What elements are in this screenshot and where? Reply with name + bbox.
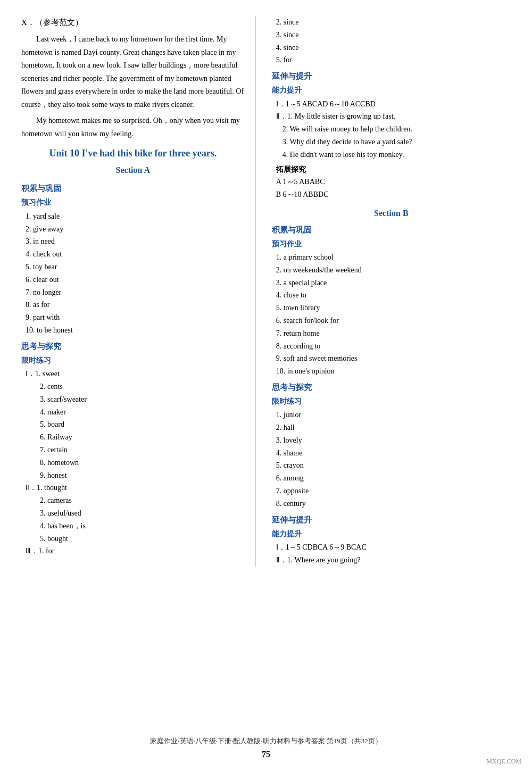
b-items-list: 1. junior2. hall3. lovely4. shame5. cray…	[272, 409, 511, 510]
list-item: 3. scarf/sweater	[40, 393, 245, 406]
yanshen-heading: 延伸与提升	[272, 70, 511, 82]
list-item: 5. crayon	[276, 459, 511, 472]
list-item: 2. cameras	[40, 494, 245, 507]
yuxi-b-items-list: 1. a primary school2. on weekends/the we…	[272, 251, 511, 378]
list-item: 2. cents	[40, 380, 245, 393]
II-heading: Ⅱ．1. thought	[26, 482, 245, 494]
I-b-ans: Ⅰ．1～5 CDBCA 6～9 BCAC	[276, 541, 511, 554]
B-ans: B 6～10 ABBDC	[276, 188, 511, 201]
list-item: 8. hometown	[40, 456, 245, 469]
yuxi-items-list: 1. yard sale2. give away3. in need4. che…	[21, 210, 245, 337]
essay-paragraph-1: Last week，I came back to my hometown for…	[21, 33, 245, 111]
yuxi-heading: 预习作业	[21, 197, 245, 209]
list-item: 4. He didn't want to lose his toy monkey…	[282, 148, 511, 161]
list-item: 6. search for/look for	[276, 314, 511, 327]
list-item: 8. century	[276, 497, 511, 510]
I-items-list: 2. cents3. scarf/sweater4. maker5. board…	[21, 380, 245, 482]
page: X．（参考范文） Last week，I came back to my hom…	[0, 0, 532, 772]
tuozhan-heading: 拓展探究	[276, 163, 511, 176]
list-item: 1. yard sale	[26, 210, 245, 223]
I-ans: Ⅰ．1～5 ABCAD 6～10 ACCBD	[276, 98, 511, 111]
sikao-heading: 思考与探究	[21, 340, 245, 353]
list-item: 2. give away	[26, 223, 245, 236]
jilei-heading: 积累与巩固	[21, 182, 245, 195]
I-heading: Ⅰ．1. sweet	[26, 368, 245, 380]
list-item: 4. has been，is	[40, 520, 245, 533]
list-item: 7. certain	[40, 444, 245, 456]
left-column: X．（参考范文） Last week，I came back to my hom…	[21, 16, 256, 567]
list-item: 5. for	[276, 54, 511, 67]
list-item: 4. shame	[276, 447, 511, 460]
II-heading-right: Ⅱ．1. My little sister is growing up fast…	[276, 110, 511, 123]
essay-heading: X．（参考范文）	[21, 16, 245, 29]
II-b-heading: Ⅱ．1. Where are you going?	[276, 554, 511, 567]
list-item: 3. Why did they decide to have a yard sa…	[282, 136, 511, 148]
list-item: 2. on weekends/the weekend	[276, 264, 511, 277]
list-item: 3. lovely	[276, 434, 511, 447]
list-item: 3. since	[276, 29, 511, 41]
essay-paragraph-2: My hometown makes me so surprised. Oh，on…	[21, 114, 245, 140]
list-item: 5. town library	[276, 302, 511, 314]
list-item: 3. useful/used	[40, 507, 245, 520]
III-heading: Ⅲ．1. for	[26, 545, 245, 558]
list-item: 1. junior	[276, 409, 511, 421]
footer-text: 家庭作业·英语·八年级·下册·配人教版·听力材料与参考答案 第19页（共32页）	[0, 736, 532, 747]
sikao-b-heading: 思考与探究	[272, 381, 511, 394]
list-item: 10. in one's opinion	[276, 365, 511, 378]
lianxi-heading: 限时练习	[21, 355, 245, 367]
list-item: 4. since	[276, 41, 511, 54]
list-item: 6. clear out	[26, 273, 245, 286]
lianxi-b-heading: 限时练习	[272, 396, 511, 408]
list-item: 3. a special place	[276, 277, 511, 289]
II-items-list: 2. cameras3. useful/used4. has been，is5.…	[21, 494, 245, 545]
list-item: 2. hall	[276, 421, 511, 434]
list-item: 5. board	[40, 418, 245, 431]
right-column: 2. since3. since4. since5. for 延伸与提升 能力提…	[256, 16, 511, 567]
list-item: 3. in need	[26, 235, 245, 248]
II-items-right-list: 2. We will raise money to help the child…	[272, 123, 511, 161]
jilei-b-heading: 积累与巩固	[272, 223, 511, 236]
two-column-layout: X．（参考范文） Last week，I came back to my hom…	[21, 16, 511, 567]
list-item: 4. close to	[276, 289, 511, 302]
footer: 家庭作业·英语·八年级·下册·配人教版·听力材料与参考答案 第19页（共32页）…	[0, 736, 532, 761]
list-item: 5. toy bear	[26, 261, 245, 273]
list-item: 9. part with	[26, 311, 245, 324]
list-item: 6. among	[276, 472, 511, 485]
list-item: 4. maker	[40, 406, 245, 419]
watermark: MXQE.COM	[486, 757, 521, 767]
list-item: 8. as for	[26, 298, 245, 311]
list-item: 2. We will raise money to help the child…	[282, 123, 511, 136]
nengli-heading: 能力提升	[272, 85, 511, 96]
unit-title: Unit 10 I've had this bike for three yea…	[21, 146, 245, 161]
list-item: 10. to be honest	[26, 324, 245, 337]
list-item: 9. soft and sweet memories	[276, 352, 511, 365]
yuxi-b-heading: 预习作业	[272, 238, 511, 250]
list-item: 5. bought	[40, 533, 245, 545]
list-item: 7. no longer	[26, 286, 245, 299]
nengli-b-heading: 能力提升	[272, 528, 511, 540]
for-items-list: 2. since3. since4. since5. for	[272, 16, 511, 67]
list-item: 7. return home	[276, 327, 511, 340]
list-item: 9. honest	[40, 469, 245, 482]
list-item: 1. a primary school	[276, 251, 511, 264]
footer-page: 75	[0, 748, 532, 761]
list-item: 2. since	[276, 16, 511, 29]
list-item: 7. opposite	[276, 485, 511, 497]
list-item: 6. Railway	[40, 431, 245, 444]
list-item: 4. check out	[26, 248, 245, 261]
A-ans: A 1～5 ABABC	[276, 176, 511, 188]
section-b-title: Section B	[272, 206, 511, 220]
list-item: 8. according to	[276, 340, 511, 353]
section-a-title: Section A	[21, 163, 245, 177]
yanshen-b-heading: 延伸与提升	[272, 513, 511, 526]
